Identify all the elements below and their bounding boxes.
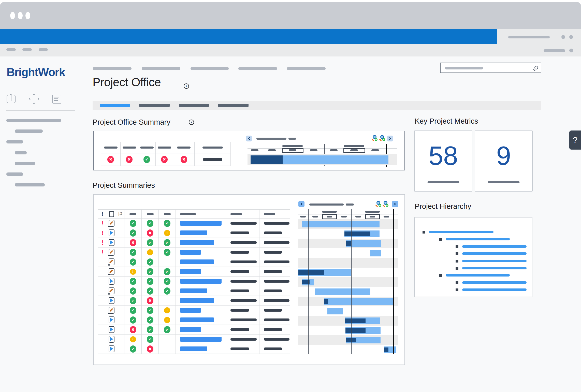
tab-active[interactable] [100, 104, 130, 107]
top-nav-item[interactable] [287, 67, 326, 70]
play-glyph [110, 240, 113, 244]
project-name-link[interactable] [180, 240, 214, 245]
data-cell [259, 277, 290, 286]
move-icon[interactable] [29, 94, 39, 104]
upload-icon[interactable] [7, 95, 16, 103]
tab-item[interactable] [218, 104, 249, 107]
status-cell: ✖ [124, 238, 142, 248]
gantt-next-button[interactable] [392, 201, 398, 207]
gantt-prev-button[interactable] [298, 201, 304, 207]
column-placeholder [129, 213, 136, 215]
flag-cell [116, 306, 124, 315]
sidebar-item[interactable] [6, 119, 61, 122]
project-name-link[interactable] [180, 317, 214, 322]
browser-addressbar [0, 29, 497, 44]
sidebar-item[interactable] [6, 140, 23, 143]
info-icon[interactable]: i [189, 120, 194, 125]
gantt-row-band [298, 258, 398, 268]
status-cell: ✔ [159, 238, 176, 248]
search-icon[interactable] [533, 66, 538, 71]
edit-document-icon[interactable] [109, 307, 114, 314]
gantt-progress-bar [298, 270, 324, 275]
value-placeholder [264, 299, 289, 302]
play-document-icon[interactable] [109, 336, 114, 343]
project-name-link[interactable] [180, 308, 201, 313]
project-name-link[interactable] [180, 327, 201, 332]
project-name-cell [176, 267, 226, 277]
project-name-link[interactable] [180, 259, 214, 264]
status-cell: ✔ [142, 257, 159, 267]
alert-cell [98, 257, 107, 267]
hierarchy-item-link[interactable] [429, 231, 493, 233]
status-green-icon: ✔ [130, 307, 136, 314]
hierarchy-item-link[interactable] [462, 245, 527, 248]
info-icon[interactable]: i [184, 83, 189, 89]
zoom-out-icon[interactable]: − [379, 135, 385, 141]
play-document-icon[interactable] [109, 326, 114, 333]
play-document-icon[interactable] [109, 345, 114, 352]
hierarchy-item-link[interactable] [462, 260, 527, 262]
top-nav-item[interactable] [142, 67, 180, 70]
gantt-current-period-box [282, 148, 303, 153]
window-dot [25, 12, 30, 19]
top-nav-item[interactable] [191, 67, 229, 70]
top-nav-item[interactable] [93, 67, 132, 70]
project-name-link[interactable] [180, 298, 214, 303]
table-row: ✔✔✔ [98, 286, 290, 296]
sidebar-item[interactable] [15, 183, 45, 186]
data-cell [226, 335, 259, 344]
gantt-progress-bar [345, 318, 366, 323]
alert-cell: ! [98, 248, 107, 257]
edit-document-icon[interactable] [109, 220, 114, 227]
edit-document-icon[interactable] [109, 287, 114, 294]
sidebar-item[interactable] [15, 162, 35, 165]
project-name-link[interactable] [180, 346, 207, 351]
doc-type-cell [107, 296, 116, 306]
edit-document-icon[interactable] [109, 268, 114, 275]
zoom-in-icon[interactable]: + [371, 135, 377, 141]
status-green-icon: ✔ [130, 258, 136, 266]
hierarchy-item-link[interactable] [462, 288, 527, 291]
hierarchy-item-link[interactable] [462, 267, 527, 269]
project-name-link[interactable] [180, 337, 222, 342]
gantt-next-button[interactable] [387, 136, 393, 141]
project-name-link[interactable] [180, 230, 207, 235]
status-cell: ✔ [159, 325, 176, 335]
play-document-icon[interactable] [109, 316, 114, 323]
sidebar-item[interactable] [15, 151, 27, 154]
zoom-out-icon[interactable]: − [382, 201, 388, 207]
edit-document-icon[interactable] [109, 258, 114, 265]
play-document-icon[interactable] [109, 278, 114, 285]
sidebar-item[interactable] [15, 129, 43, 133]
edit-document-icon[interactable] [109, 249, 114, 256]
play-document-icon[interactable] [109, 297, 114, 304]
help-button[interactable]: ? [569, 130, 581, 150]
top-nav-item[interactable] [238, 67, 277, 70]
value-placeholder [230, 251, 249, 254]
hierarchy-item-link[interactable] [446, 238, 510, 240]
zoom-in-icon[interactable]: + [375, 201, 381, 207]
play-document-icon[interactable] [109, 229, 114, 236]
gantt-week-placeholder [330, 149, 338, 151]
hierarchy-item-link[interactable] [462, 281, 527, 284]
sidebar-item[interactable] [6, 172, 23, 176]
document-list-icon[interactable] [52, 95, 61, 104]
project-name-link[interactable] [180, 250, 201, 255]
project-name-link[interactable] [180, 221, 222, 226]
tab-item[interactable] [179, 104, 209, 107]
value-placeholder [230, 280, 257, 283]
table-header-row: !⚐ [98, 210, 290, 219]
project-name-link[interactable] [180, 269, 201, 274]
status-cell: ✔ [142, 238, 159, 248]
hierarchy-item-link[interactable] [462, 252, 527, 255]
gantt-prev-button[interactable] [246, 136, 252, 141]
project-name-link[interactable] [180, 279, 222, 284]
play-document-icon[interactable] [109, 239, 114, 246]
hierarchy-item-link[interactable] [446, 274, 510, 277]
search-input[interactable] [440, 63, 541, 73]
project-name-link[interactable] [180, 288, 207, 293]
value-placeholder [264, 309, 282, 312]
hierarchy-bullet [423, 231, 425, 234]
tab-item[interactable] [139, 104, 170, 107]
gantt-week-placeholder [371, 149, 379, 151]
